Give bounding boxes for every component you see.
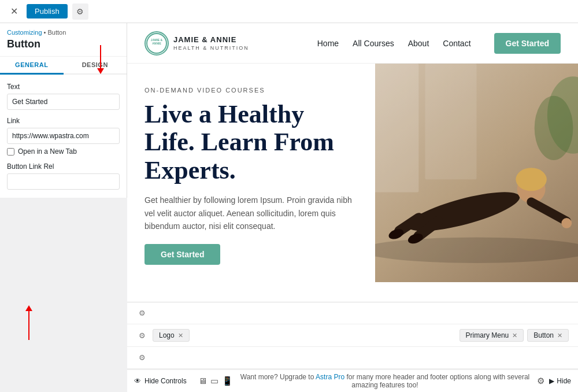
nav-link-about[interactable]: About bbox=[408, 39, 429, 48]
topbar-settings-button[interactable]: ⚙ bbox=[72, 3, 88, 20]
logo-sub-text: HEALTH & NUTRITION bbox=[173, 45, 249, 51]
footer-center: Want more? Upgrade to Astra Pro for many… bbox=[233, 373, 538, 389]
nav-logo: JAMIE & ANNIE JAMIE & ANNIE HEALTH & NUT… bbox=[144, 31, 249, 56]
hide-controls-button[interactable]: 👁 Hide Controls bbox=[134, 377, 187, 385]
builder-row-2: ⚙ Logo ✕ Primary Menu ✕ bbox=[127, 324, 578, 347]
open-new-tab-label: Open in a New Tab bbox=[18, 147, 77, 156]
website-frame: JAMIE & ANNIE JAMIE & ANNIE HEALTH & NUT… bbox=[127, 23, 578, 302]
breadcrumb-section: Button bbox=[48, 29, 66, 36]
footer-hide-label: Hide bbox=[557, 377, 571, 385]
gear-icon: ⚙ bbox=[76, 7, 84, 16]
row-1-gear-icon[interactable]: ⚙ bbox=[136, 308, 148, 319]
eye-icon: 👁 bbox=[134, 377, 141, 385]
sidebar: Customizing • Button Button GENERAL DESI… bbox=[0, 23, 127, 198]
nav-link-allcourses[interactable]: All Courses bbox=[353, 39, 394, 48]
breadcrumb-customizing-link[interactable]: Customizing bbox=[7, 29, 42, 36]
hero-section: ON-DEMAND VIDEO COURSES Live a Healthy L… bbox=[127, 64, 578, 282]
open-new-tab-row: Open in a New Tab bbox=[7, 147, 120, 156]
logo-tag[interactable]: Logo ✕ bbox=[153, 329, 190, 342]
svg-point-7 bbox=[535, 96, 573, 160]
builder-rows: ⚙ ⚙ Logo ✕ Primary M bbox=[127, 302, 578, 369]
nav-links: Home All Courses About Contact Get Start… bbox=[317, 33, 561, 54]
builder-bottom: ⚙ ⚙ Logo ✕ Primary M bbox=[127, 302, 578, 369]
primary-menu-tag-remove[interactable]: ✕ bbox=[512, 332, 517, 339]
open-new-tab-checkbox[interactable] bbox=[7, 148, 14, 156]
sidebar-title: Button bbox=[7, 38, 120, 56]
primary-menu-tag-label: Primary Menu bbox=[466, 331, 509, 339]
tablet-icon[interactable]: ▭ bbox=[210, 376, 218, 386]
close-button[interactable]: ✕ bbox=[6, 3, 22, 20]
tab-design[interactable]: DESIGN bbox=[64, 57, 127, 75]
nav-cta-button[interactable]: Get Started bbox=[494, 33, 561, 54]
hero-description: Get healthier by following lorem Ipsum. … bbox=[144, 194, 358, 232]
svg-point-13 bbox=[561, 218, 572, 228]
sidebar-content: Text Link Open in a New Tab Button Link … bbox=[0, 75, 127, 198]
row-2-right: Primary Menu ✕ Button ✕ bbox=[460, 329, 569, 342]
hero-label: ON-DEMAND VIDEO COURSES bbox=[144, 87, 358, 94]
sidebar-wrapper: Customizing • Button Button GENERAL DESI… bbox=[0, 23, 127, 392]
hero-image-placeholder bbox=[375, 64, 578, 282]
publish-button[interactable]: Publish bbox=[27, 4, 68, 19]
svg-point-11 bbox=[516, 168, 546, 191]
mobile-icon[interactable]: 📱 bbox=[222, 376, 233, 386]
footer-bar: 👁 Hide Controls 🖥 ▭ 📱 Want more? Upgrade… bbox=[127, 369, 578, 392]
button-tag-remove[interactable]: ✕ bbox=[557, 332, 562, 339]
logo-circle: JAMIE & ANNIE bbox=[144, 31, 169, 56]
hero-title: Live a Healthy Life. Learn From Experts. bbox=[144, 101, 358, 184]
text-input[interactable] bbox=[7, 94, 120, 110]
row-2-content: Logo ✕ bbox=[153, 329, 455, 342]
tab-general[interactable]: GENERAL bbox=[0, 57, 64, 75]
text-field-label: Text bbox=[7, 83, 120, 91]
button-tag[interactable]: Button ✕ bbox=[527, 329, 569, 342]
chevron-right-icon: ▶ bbox=[549, 377, 554, 385]
button-link-rel-label: Button Link Rel bbox=[7, 162, 120, 171]
preview-area: JAMIE & ANNIE JAMIE & ANNIE HEALTH & NUT… bbox=[127, 23, 578, 392]
logo-tag-label: Logo bbox=[159, 331, 175, 339]
builder-row-3: ⚙ bbox=[127, 347, 578, 369]
svg-rect-4 bbox=[375, 64, 418, 193]
sidebar-header: Customizing • Button Button bbox=[0, 23, 127, 57]
upgrade-text: Want more? Upgrade to bbox=[240, 373, 314, 381]
desktop-icon[interactable]: 🖥 bbox=[198, 376, 207, 386]
row-2-gear-icon[interactable]: ⚙ bbox=[136, 330, 148, 341]
logo-tag-remove[interactable]: ✕ bbox=[178, 332, 183, 339]
navbar: JAMIE & ANNIE JAMIE & ANNIE HEALTH & NUT… bbox=[127, 23, 578, 64]
hero-content: ON-DEMAND VIDEO COURSES Live a Healthy L… bbox=[127, 64, 375, 282]
footer-left: 👁 Hide Controls 🖥 ▭ 📱 bbox=[134, 376, 233, 386]
link-input[interactable] bbox=[7, 128, 120, 144]
builder-row-1: ⚙ bbox=[127, 302, 578, 324]
close-icon: ✕ bbox=[10, 6, 18, 17]
website-preview: JAMIE & ANNIE JAMIE & ANNIE HEALTH & NUT… bbox=[127, 23, 578, 302]
upgrade-link[interactable]: Astra Pro bbox=[316, 373, 344, 381]
link-field-label: Link bbox=[7, 117, 120, 125]
svg-text:ANNIE: ANNIE bbox=[152, 42, 161, 45]
nav-link-home[interactable]: Home bbox=[317, 39, 339, 48]
footer-right: ⚙ ▶ Hide bbox=[537, 376, 571, 386]
upgrade-suffix: for many more header and footer options … bbox=[346, 373, 529, 389]
sidebar-tabs: GENERAL DESIGN bbox=[0, 57, 127, 75]
nav-link-contact[interactable]: Contact bbox=[443, 39, 470, 48]
hero-image bbox=[375, 64, 578, 282]
breadcrumb: Customizing • Button bbox=[7, 29, 120, 36]
hide-controls-label: Hide Controls bbox=[144, 377, 187, 385]
button-link-rel-input[interactable] bbox=[7, 173, 120, 190]
arrow-up-annotation bbox=[25, 305, 32, 340]
top-bar: ✕ Publish ⚙ bbox=[0, 0, 578, 23]
main-area: Customizing • Button Button GENERAL DESI… bbox=[0, 23, 578, 392]
row-3-gear-icon[interactable]: ⚙ bbox=[136, 352, 148, 364]
hero-cta-button[interactable]: Get Started bbox=[144, 244, 220, 265]
logo-text: JAMIE & ANNIE HEALTH & NUTRITION bbox=[173, 35, 249, 51]
button-tag-label: Button bbox=[533, 331, 554, 339]
svg-rect-5 bbox=[425, 64, 476, 179]
device-switcher: 🖥 ▭ 📱 bbox=[198, 376, 233, 386]
footer-gear-icon[interactable]: ⚙ bbox=[537, 376, 544, 386]
logo-main-text: JAMIE & ANNIE bbox=[173, 35, 249, 45]
footer-hide-button[interactable]: ▶ Hide bbox=[549, 377, 571, 385]
primary-menu-tag[interactable]: Primary Menu ✕ bbox=[460, 329, 524, 342]
svg-point-8 bbox=[375, 237, 578, 263]
